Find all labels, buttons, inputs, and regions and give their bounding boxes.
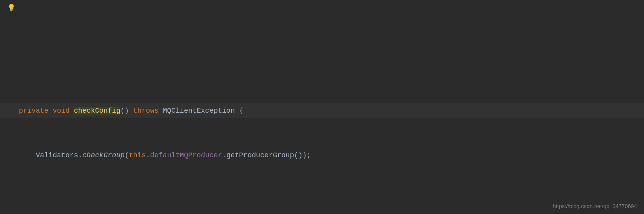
dot: . (78, 151, 82, 159)
paren: () (120, 107, 129, 115)
intention-bulb-icon[interactable] (8, 4, 15, 11)
paren: ( (125, 151, 129, 159)
method-call: getProducerGroup (226, 151, 294, 159)
watermark-text: https://blog.csdn.net/qq_34770694 (553, 203, 637, 209)
keyword-this: this (129, 151, 146, 159)
dot: . (146, 151, 150, 159)
paren: ()); (294, 151, 311, 159)
svg-rect-1 (11, 10, 13, 11)
svg-rect-0 (10, 9, 13, 10)
class-ref: Validators (36, 151, 78, 159)
code-content: private void checkConfig() throws MQClie… (8, 63, 644, 214)
code-editor[interactable]: private void checkConfig() throws MQClie… (0, 0, 644, 214)
static-method: checkGroup (82, 151, 125, 159)
keyword-void: void (53, 107, 69, 115)
field-ref: defaultMQProducer (150, 151, 222, 159)
exception-type: MQClientException (163, 107, 235, 115)
method-name: checkConfig (74, 107, 120, 115)
code-line: Validators.checkGroup(this.defaultMQProd… (19, 148, 644, 163)
keyword-throws: throws (133, 107, 159, 115)
dot: . (222, 151, 227, 159)
keyword-private: private (19, 107, 49, 115)
code-line (19, 192, 644, 207)
code-line: private void checkConfig() throws MQClie… (0, 103, 644, 118)
brace: { (239, 107, 243, 115)
